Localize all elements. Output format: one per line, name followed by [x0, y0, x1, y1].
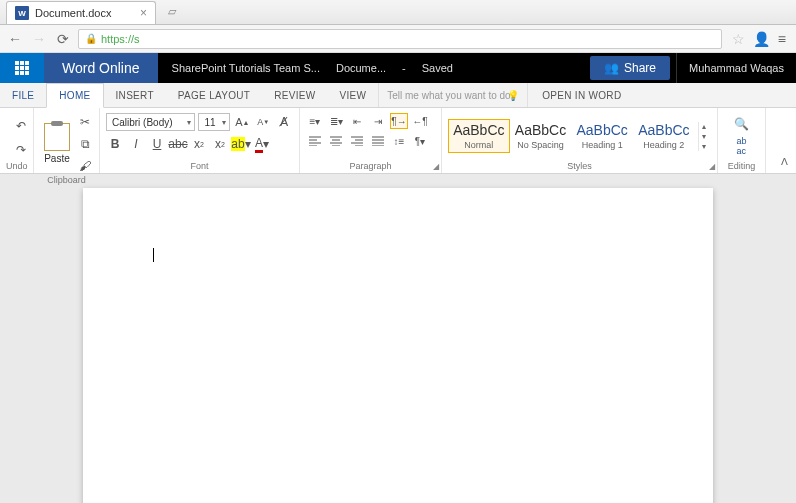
tell-me-search[interactable]: Tell me what you want to do 💡 — [378, 83, 528, 107]
outdent-button[interactable]: ⇤ — [348, 113, 366, 129]
back-button[interactable]: ← — [6, 30, 24, 48]
strikethrough-button[interactable]: abc — [169, 135, 187, 153]
url-field[interactable]: 🔒 https://s — [78, 29, 722, 49]
shrink-font-button[interactable]: A▼ — [254, 113, 272, 131]
close-icon[interactable]: × — [140, 6, 147, 20]
paste-label: Paste — [44, 153, 70, 164]
find-button[interactable]: 🔍 — [733, 115, 751, 133]
new-tab-button[interactable]: ▱ — [162, 5, 182, 21]
bookmark-icon[interactable]: ☆ — [732, 31, 745, 47]
app-name[interactable]: Word Online — [44, 53, 158, 83]
tab-insert[interactable]: INSERT — [104, 83, 166, 107]
tab-page-layout[interactable]: PAGE LAYOUT — [166, 83, 262, 107]
tab-home[interactable]: HOME — [46, 83, 103, 108]
highlight-button[interactable]: ab▾ — [232, 135, 250, 153]
tab-review[interactable]: REVIEW — [262, 83, 327, 107]
share-label: Share — [624, 61, 656, 75]
url-text: https://s — [101, 33, 140, 45]
crumb-doc[interactable]: Docume... — [336, 62, 386, 74]
numbering-button[interactable]: ≣▾ — [327, 113, 345, 129]
group-styles: AaBbCc Normal AaBbCc No Spacing AaBbCc H… — [442, 108, 718, 173]
reload-button[interactable]: ⟳ — [54, 30, 72, 48]
replace-button[interactable]: abac — [733, 137, 751, 155]
superscript-button[interactable]: x2 — [211, 135, 229, 153]
group-label-font: Font — [106, 161, 293, 173]
user-name[interactable]: Muhammad Waqas — [676, 53, 796, 83]
copy-button[interactable]: ⧉ — [76, 135, 94, 153]
paste-icon — [44, 123, 70, 151]
justify-button[interactable] — [369, 133, 387, 149]
align-center-button[interactable] — [327, 133, 345, 149]
font-color-button[interactable]: A▾ — [253, 135, 271, 153]
grow-font-button[interactable]: A▲ — [233, 113, 251, 131]
italic-button[interactable]: I — [127, 135, 145, 153]
tab-view[interactable]: VIEW — [327, 83, 378, 107]
collapse-ribbon-button[interactable]: ᐱ — [781, 156, 788, 167]
paragraph-launcher-icon[interactable]: ◢ — [433, 162, 439, 171]
browser-tab[interactable]: W Document.docx × — [6, 1, 156, 24]
clear-format-button[interactable]: A̸ — [275, 113, 293, 131]
undo-button[interactable]: ↶ — [12, 117, 30, 135]
document-page[interactable] — [83, 188, 713, 503]
tell-me-placeholder: Tell me what you want to do — [387, 90, 510, 101]
cut-button[interactable]: ✂ — [76, 113, 94, 131]
align-right-button[interactable] — [348, 133, 366, 149]
ribbon-tabs: FILE HOME INSERT PAGE LAYOUT REVIEW VIEW… — [0, 83, 796, 108]
underline-button[interactable]: U — [148, 135, 166, 153]
share-button[interactable]: 👥 Share — [590, 56, 670, 80]
style-heading-1[interactable]: AaBbCc Heading 1 — [571, 119, 633, 153]
bold-button[interactable]: B — [106, 135, 124, 153]
group-font: Calibri (Body) 11 A▲ A▼ A̸ B I U abc x2 … — [100, 108, 300, 173]
group-clipboard: Paste ✂ ⧉ 🖌 Clipboard — [34, 108, 100, 173]
font-family-select[interactable]: Calibri (Body) — [106, 113, 195, 131]
rtl-button[interactable]: ←¶ — [411, 113, 429, 129]
styles-more-button[interactable]: ▴▾▾ — [698, 122, 711, 151]
share-icon: 👥 — [604, 61, 619, 75]
group-label-styles: Styles — [448, 161, 711, 173]
group-label-clipboard: Clipboard — [40, 175, 93, 187]
group-undo: ↶ ↷ Undo — [0, 108, 34, 173]
paste-button[interactable]: Paste — [40, 121, 74, 166]
lock-icon: 🔒 — [85, 33, 97, 44]
document-canvas[interactable] — [0, 174, 796, 503]
profile-icon[interactable]: 👤 — [753, 31, 770, 47]
style-heading-2[interactable]: AaBbCc Heading 2 — [633, 119, 695, 153]
group-editing: 🔍 abac Editing — [718, 108, 766, 173]
crumb-status: Saved — [422, 62, 453, 74]
style-normal[interactable]: AaBbCc Normal — [448, 119, 510, 153]
bullets-button[interactable]: ≡▾ — [306, 113, 324, 129]
waffle-icon — [15, 61, 29, 75]
group-label-paragraph: Paragraph — [306, 161, 435, 173]
tab-title: Document.docx — [35, 7, 111, 19]
align-left-button[interactable] — [306, 133, 324, 149]
style-no-spacing[interactable]: AaBbCc No Spacing — [510, 119, 572, 153]
ribbon: ↶ ↷ Undo Paste ✂ ⧉ 🖌 Clipboard Calibri (… — [0, 108, 796, 174]
lightbulb-icon: 💡 — [507, 90, 519, 101]
special-indent-button[interactable]: ¶▾ — [411, 133, 429, 149]
group-label-undo: Undo — [6, 161, 27, 173]
styles-launcher-icon[interactable]: ◢ — [709, 162, 715, 171]
crumb-site[interactable]: SharePoint Tutorials Team S... — [172, 62, 320, 74]
tab-file[interactable]: FILE — [0, 83, 46, 107]
ltr-button[interactable]: ¶→ — [390, 113, 408, 129]
group-paragraph: ≡▾ ≣▾ ⇤ ⇥ ¶→ ←¶ ↕≡ ¶▾ Paragraph ◢ — [300, 108, 442, 173]
browser-address-bar: ← → ⟳ 🔒 https://s ☆ 👤 ≡ — [0, 25, 796, 53]
browser-tab-strip: W Document.docx × ▱ — [0, 0, 796, 25]
app-header: Word Online SharePoint Tutorials Team S.… — [0, 53, 796, 83]
menu-icon[interactable]: ≡ — [778, 31, 786, 47]
subscript-button[interactable]: x2 — [190, 135, 208, 153]
crumb-sep: - — [402, 62, 406, 74]
text-cursor — [153, 248, 154, 262]
font-size-select[interactable]: 11 — [198, 113, 230, 131]
group-label-editing: Editing — [724, 161, 759, 173]
app-launcher-button[interactable] — [0, 53, 44, 83]
breadcrumb: SharePoint Tutorials Team S... Docume...… — [158, 53, 584, 83]
word-favicon: W — [15, 6, 29, 20]
line-spacing-button[interactable]: ↕≡ — [390, 133, 408, 149]
format-painter-button[interactable]: 🖌 — [76, 157, 94, 175]
redo-button[interactable]: ↷ — [12, 141, 30, 159]
indent-button[interactable]: ⇥ — [369, 113, 387, 129]
open-in-word-button[interactable]: OPEN IN WORD — [528, 83, 635, 107]
forward-button[interactable]: → — [30, 30, 48, 48]
